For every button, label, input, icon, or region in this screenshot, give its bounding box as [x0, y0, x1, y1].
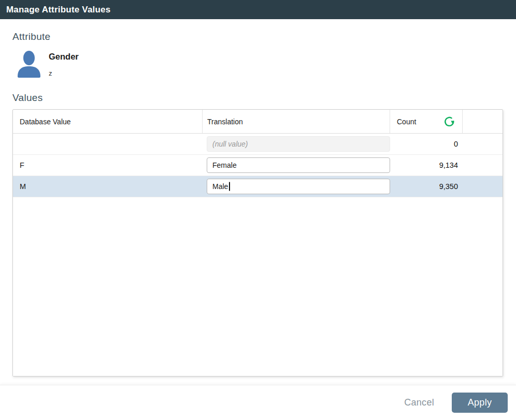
translation-cell: [203, 134, 390, 154]
count-cell: 9,134: [390, 155, 463, 176]
count-cell: 9,350: [390, 176, 463, 197]
count-cell: 0: [390, 134, 463, 154]
apply-button[interactable]: Apply: [452, 393, 508, 413]
database-value-cell: M: [13, 176, 203, 197]
count-header-label: Count: [397, 118, 416, 126]
column-header-count: Count: [390, 110, 463, 133]
attribute-section-heading: Attribute: [12, 31, 50, 42]
attribute-subtitle: z: [49, 69, 52, 77]
translation-input-male[interactable]: [207, 179, 390, 194]
column-header-database-value: Database Value: [13, 110, 203, 133]
table-row-m[interactable]: M 9,350: [13, 176, 503, 197]
dialog-footer: Cancel Apply: [0, 385, 516, 420]
database-value-cell: F: [13, 155, 203, 176]
column-header-spacer: [463, 110, 503, 133]
column-header-translation: Translation: [203, 110, 390, 133]
translation-cell: [203, 155, 390, 176]
database-value-cell: [13, 134, 203, 154]
values-table-header: Database Value Translation Count: [13, 110, 503, 134]
person-icon: [15, 49, 43, 78]
cancel-button[interactable]: Cancel: [404, 397, 434, 408]
attribute-name: Gender: [49, 52, 79, 62]
translation-cell: [203, 176, 390, 197]
translation-input-null: [207, 136, 390, 152]
translation-input-female[interactable]: [207, 157, 390, 173]
table-row-f[interactable]: F 9,134: [13, 155, 503, 176]
manage-attribute-values-dialog: Manage Attribute Values Attribute Gender…: [0, 0, 516, 420]
refresh-icon[interactable]: [444, 116, 455, 127]
table-row-null[interactable]: 0: [13, 134, 503, 155]
table-empty-area: [13, 197, 503, 376]
values-section-heading: Values: [12, 92, 43, 104]
text-cursor: [229, 182, 230, 191]
values-table: Database Value Translation Count 0: [12, 109, 503, 376]
dialog-title: Manage Attribute Values: [6, 5, 110, 15]
dialog-titlebar: Manage Attribute Values: [0, 0, 516, 19]
